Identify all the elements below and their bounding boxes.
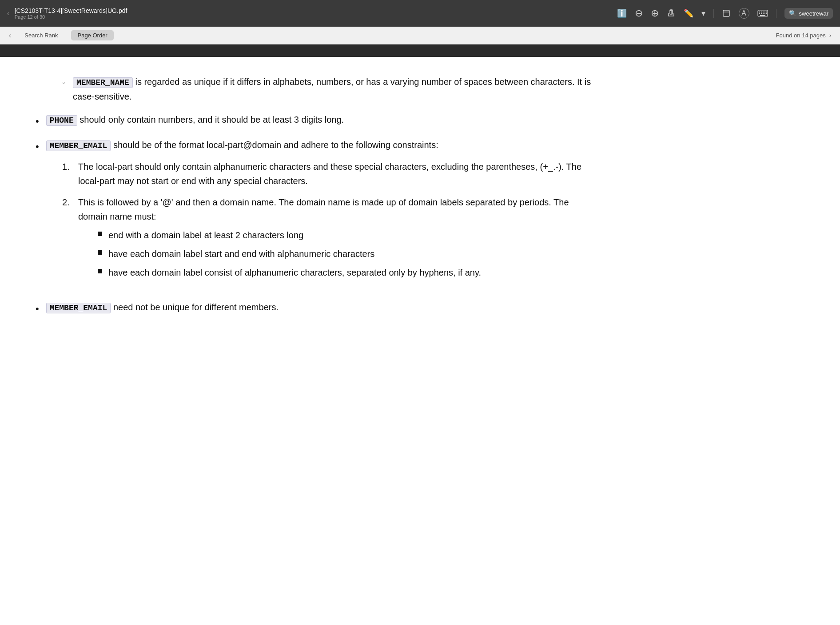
list-item: ○ MEMBER_NAME is regarded as unique if i… [36, 75, 595, 104]
phone-text: PHONE should only contain numbers, and i… [46, 112, 595, 127]
list-item: have each domain label consist of alphan… [98, 265, 481, 280]
svg-rect-6 [764, 12, 765, 12]
domain-bullet-3: have each domain label consist of alphan… [108, 265, 481, 280]
domain-bullets: end with a domain label at least 2 chara… [62, 228, 481, 284]
list-item: • PHONE should only contain numbers, and… [36, 112, 595, 129]
member-email-text: MEMBER_EMAIL should be of the format loc… [46, 138, 438, 152]
filled-bullet-icon: • [36, 301, 39, 317]
search-box[interactable]: 🔍 sweetrewar [784, 8, 833, 19]
list-item: • MEMBER_EMAIL should be of the format l… [36, 138, 595, 291]
member-email-desc: should be of the format local-part@domai… [113, 140, 438, 150]
list-num: 1. [62, 160, 75, 174]
constraint-2-text: This is followed by a '@' and then a dom… [78, 195, 595, 224]
search-icon: 🔍 [789, 10, 796, 17]
svg-rect-4 [761, 12, 762, 12]
toolbar-icons: ℹ️ ⊖ ⊕ ✏️ ▾ A 🔍 sweetrewar [617, 8, 833, 19]
svg-rect-12 [766, 13, 767, 14]
square-bullet-icon [98, 232, 102, 236]
divider2 [776, 9, 776, 18]
found-text: Found on 14 pages [776, 32, 826, 39]
list-item: end with a domain label at least 2 chara… [98, 228, 481, 242]
zoom-in-icon[interactable]: ⊕ [651, 8, 659, 19]
svg-rect-11 [764, 13, 765, 14]
svg-rect-7 [766, 12, 767, 12]
search-query: sweetrewar [799, 10, 828, 17]
keyboard-icon[interactable] [757, 10, 768, 17]
search-rank-tab[interactable]: Search Rank [18, 30, 64, 40]
svg-rect-8 [759, 13, 760, 14]
zoom-out-icon[interactable]: ⊖ [635, 8, 643, 19]
filled-bullet-icon: • [36, 139, 39, 154]
content-list: ○ MEMBER_NAME is regarded as unique if i… [36, 75, 595, 317]
constraints-list: 1. The local-part should only contain al… [36, 160, 595, 291]
square-bullet-icon [98, 250, 102, 255]
list-num: 2. [62, 195, 75, 209]
divider [713, 9, 714, 18]
svg-rect-5 [763, 12, 764, 12]
page-info: Page 12 of 30 [15, 14, 612, 20]
member-name-desc: is regarded as unique if it differs in a… [73, 77, 591, 101]
annotate-icon[interactable]: ✏️ [684, 8, 693, 18]
phone-code: PHONE [46, 115, 77, 126]
secondary-toolbar: ‹ Search Rank Page Order Found on 14 pag… [0, 27, 840, 44]
member-email-code: MEMBER_EMAIL [46, 140, 111, 151]
phone-desc: should only contain numbers, and it shou… [80, 115, 344, 124]
svg-rect-10 [763, 13, 764, 14]
list-item: 2. This is followed by a '@' and then a … [62, 195, 595, 284]
domain-bullet-1: end with a domain label at least 2 chara… [108, 228, 481, 242]
info-icon[interactable]: ℹ️ [617, 8, 627, 18]
file-info: [CS2103T-T13-4][SweetRewards]UG.pdf Page… [15, 7, 612, 20]
text-icon[interactable]: A [739, 8, 749, 19]
member-email-unique-desc: need not be unique for different members… [113, 302, 279, 312]
svg-rect-9 [761, 13, 762, 14]
pdf-content: ○ MEMBER_NAME is regarded as unique if i… [0, 57, 622, 352]
right-arrow-icon[interactable]: › [829, 32, 831, 39]
found-pages: Found on 14 pages › [776, 32, 831, 39]
back-chevron-icon[interactable]: ‹ [7, 10, 9, 17]
constraint-1-text: The local-part should only contain alpha… [78, 160, 595, 188]
open-bullet-icon: ○ [62, 79, 65, 86]
domain-bullet-2: have each domain label start and end wit… [108, 247, 481, 261]
filled-bullet-icon: • [36, 113, 39, 129]
list-item: 1. The local-part should only contain al… [62, 160, 595, 188]
titlebar: ‹ [CS2103T-T13-4][SweetRewards]UG.pdf Pa… [0, 0, 840, 27]
svg-rect-13 [760, 15, 765, 16]
svg-rect-1 [723, 10, 729, 16]
list-item: have each domain label start and end wit… [98, 247, 481, 261]
member-email-unique-code: MEMBER_EMAIL [46, 303, 111, 313]
member-email-unique-text: MEMBER_EMAIL need not be unique for diff… [46, 300, 595, 315]
square-bullet-icon [98, 269, 102, 273]
filename: [CS2103T-T13-4][SweetRewards]UG.pdf [15, 7, 612, 14]
member-name-text: MEMBER_NAME is regarded as unique if it … [73, 75, 595, 104]
list-item: • MEMBER_EMAIL need not be unique for di… [36, 300, 595, 317]
dark-separator [0, 44, 840, 57]
member-name-code: MEMBER_NAME [73, 77, 133, 88]
window-icon[interactable] [722, 9, 731, 18]
left-arrow-icon[interactable]: ‹ [9, 32, 11, 40]
page-order-tab[interactable]: Page Order [71, 30, 113, 40]
svg-rect-3 [759, 12, 760, 12]
chevron-down-icon[interactable]: ▾ [701, 8, 705, 18]
share-icon[interactable] [667, 9, 676, 18]
